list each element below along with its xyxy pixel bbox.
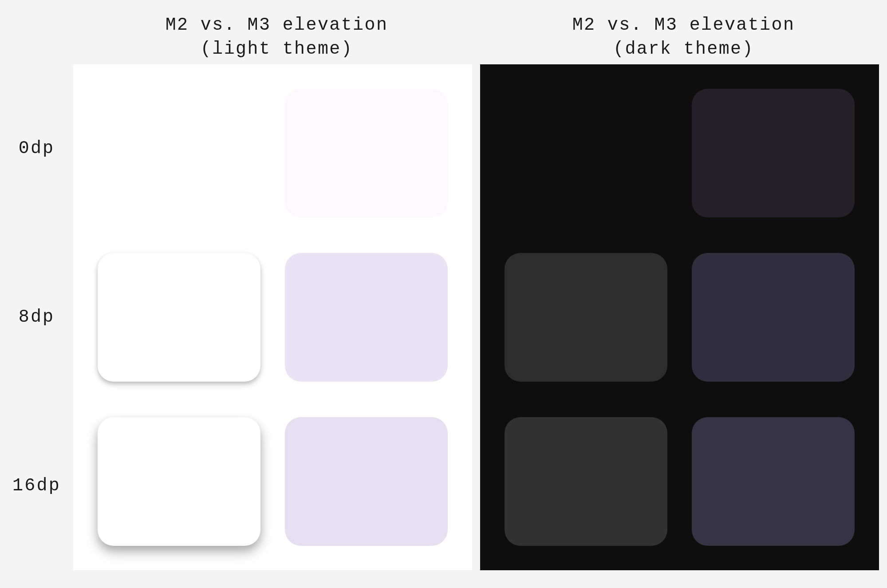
elevation-diagram: M2 vs. M3 elevation (light theme) M2 vs.… xyxy=(0,0,887,588)
swatch-dark-m2-8dp xyxy=(505,253,667,382)
row-labels: 0dp 8dp 16dp xyxy=(0,64,73,570)
row-label-16dp: 16dp xyxy=(12,402,61,570)
header-dark: M2 vs. M3 elevation (dark theme) xyxy=(480,13,887,61)
row-label-8dp: 8dp xyxy=(19,233,55,402)
swatch-dark-m2-16dp xyxy=(505,417,667,546)
dark-panel xyxy=(480,64,879,570)
swatch-light-m3-0dp xyxy=(285,89,448,217)
body-row: 0dp 8dp 16dp xyxy=(0,64,887,570)
light-panel xyxy=(73,64,472,570)
swatch-dark-m3-0dp xyxy=(692,89,855,217)
header-spacer xyxy=(0,13,73,61)
header-light-line2: (light theme) xyxy=(201,39,353,59)
header-dark-line1: M2 vs. M3 elevation xyxy=(572,15,795,35)
row-label-0dp: 0dp xyxy=(19,64,55,233)
swatch-light-m3-16dp xyxy=(285,417,448,546)
header-row: M2 vs. M3 elevation (light theme) M2 vs.… xyxy=(0,13,887,61)
swatch-dark-m3-16dp xyxy=(692,417,855,546)
swatch-light-m2-16dp xyxy=(98,417,260,546)
swatch-dark-m3-8dp xyxy=(692,253,855,382)
header-light-line1: M2 vs. M3 elevation xyxy=(166,15,388,35)
header-dark-line2: (dark theme) xyxy=(613,39,754,59)
swatch-light-m2-8dp xyxy=(98,253,260,382)
swatch-dark-m2-0dp xyxy=(505,89,667,217)
swatch-light-m2-0dp xyxy=(98,89,260,217)
header-light: M2 vs. M3 elevation (light theme) xyxy=(73,13,480,61)
swatch-light-m3-8dp xyxy=(285,253,448,382)
